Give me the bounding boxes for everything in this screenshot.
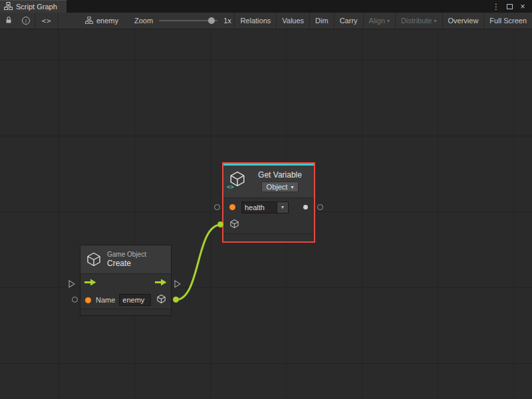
flow-row <box>80 274 171 291</box>
zoom-value: 1x <box>223 17 231 25</box>
node-footer <box>223 233 314 241</box>
code-overlay-icon: <> <box>227 184 234 190</box>
node-header[interactable]: Game Object Create <box>80 245 171 273</box>
getvariable-right-port[interactable] <box>317 204 323 210</box>
node-category: Game Object <box>107 251 146 259</box>
graph-canvas[interactable]: <> Get Variable Object ▾ ▼ <box>0 29 532 399</box>
maximize-icon[interactable] <box>504 1 515 12</box>
variable-scope-dropdown[interactable]: Object ▾ <box>261 182 299 192</box>
relations-button[interactable]: Relations <box>234 13 276 29</box>
button-label: Relations <box>240 17 271 25</box>
toolbar-buttons: Relations Values Dim Carry Align ▾ Distr… <box>234 13 532 29</box>
node-create-game-object[interactable]: Game Object Create <box>80 245 172 316</box>
create-flow-in-port[interactable] <box>68 279 75 291</box>
zoom-slider[interactable] <box>159 20 217 21</box>
info-button[interactable]: i <box>17 13 35 29</box>
carry-button[interactable]: Carry <box>334 13 363 29</box>
scope-value: Object <box>267 183 288 191</box>
toolbar-separator <box>58 13 59 29</box>
title-bar: Script Graph ⋮ × <box>0 0 532 13</box>
zoom-slider-handle[interactable] <box>208 17 215 24</box>
tab-title: Script Graph <box>16 3 57 11</box>
distribute-button: Distribute ▾ <box>395 13 442 29</box>
window-controls: ⋮ × <box>491 0 532 13</box>
code-icon: <> <box>41 17 51 25</box>
graph-name-display: enemy <box>85 13 118 29</box>
chevron-down-icon: ▾ <box>291 184 293 190</box>
dim-button[interactable]: Dim <box>309 13 334 29</box>
fullscreen-button[interactable]: Full Screen <box>483 13 532 29</box>
name-port-label: Name <box>96 296 115 304</box>
menu-icon[interactable]: ⋮ <box>491 1 501 12</box>
close-icon[interactable]: × <box>517 1 528 12</box>
gameobject-port-icon[interactable] <box>229 219 239 231</box>
script-graph-icon <box>4 1 13 13</box>
object-variable-icon: <> <box>229 170 246 188</box>
name-input-port[interactable] <box>229 204 235 210</box>
zoom-control: Zoom 1x <box>134 13 231 29</box>
variable-name-input[interactable] <box>241 201 277 213</box>
getvariable-left-port[interactable] <box>214 204 220 210</box>
gameobject-icon <box>86 251 102 267</box>
zoom-label: Zoom <box>134 17 153 25</box>
info-icon: i <box>22 17 30 25</box>
values-button[interactable]: Values <box>276 13 309 29</box>
create-output-port-connected[interactable] <box>173 297 179 303</box>
button-label: Dim <box>315 17 329 25</box>
node-footer <box>80 309 171 315</box>
overview-button[interactable]: Overview <box>442 13 484 29</box>
node-header[interactable]: <> Get Variable Object ▾ <box>223 166 314 198</box>
flow-out-arrow-icon[interactable] <box>155 277 167 289</box>
node-get-variable[interactable]: <> Get Variable Object ▾ ▼ <box>222 162 315 243</box>
chevron-down-icon: ▾ <box>387 18 390 24</box>
variable-name-dropdown[interactable]: ▼ <box>277 201 289 213</box>
chevron-down-icon: ▾ <box>434 18 437 24</box>
tab-script-graph[interactable]: Script Graph <box>0 0 66 13</box>
lock-button[interactable] <box>0 13 17 29</box>
node-title: Get Variable <box>258 170 302 180</box>
node-title: Create <box>107 259 131 268</box>
button-label: Carry <box>340 17 358 25</box>
variable-name-row: ▼ <box>223 198 314 216</box>
toolbar: i <> enemy Zoom 1x <box>0 13 532 29</box>
name-input-port[interactable] <box>85 297 91 303</box>
button-label: Full Screen <box>489 17 527 25</box>
script-graph-window: Script Graph ⋮ × i <> <box>0 0 532 399</box>
object-input-row <box>223 216 314 233</box>
button-label: Overview <box>448 17 479 25</box>
name-row: Name <box>80 291 171 309</box>
value-output-port[interactable] <box>303 205 308 209</box>
align-button: Align ▾ <box>363 13 395 29</box>
create-name-left-port[interactable] <box>72 297 78 303</box>
gameobject-output-icon[interactable] <box>156 294 166 307</box>
chevron-down-icon: ▼ <box>281 205 285 209</box>
edit-graph-button[interactable]: <> <box>35 13 58 29</box>
button-label: Distribute <box>401 17 432 25</box>
graph-name: enemy <box>96 17 118 25</box>
button-label: Values <box>282 17 304 25</box>
getvariable-input-port-connected[interactable] <box>217 221 223 227</box>
lock-icon <box>5 16 13 25</box>
graph-asset-icon <box>85 17 93 25</box>
name-value-input[interactable] <box>119 294 151 306</box>
button-label: Align <box>369 17 385 25</box>
flow-in-arrow-icon[interactable] <box>84 277 96 289</box>
create-flow-out-port[interactable] <box>174 279 181 291</box>
